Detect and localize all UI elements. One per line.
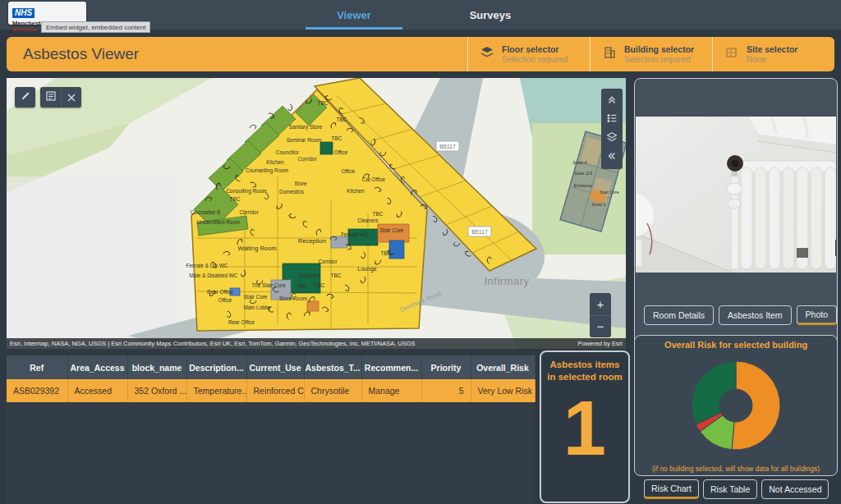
draw-tool-button[interactable] [15, 87, 35, 108]
risk-chart-note: (if no building selected, will show data… [635, 465, 837, 473]
floor-selector[interactable]: Floor selector Selection required [467, 37, 590, 71]
asbestos-viewer-app: Viewer Surveys NHS Manchester University… [0, 0, 841, 504]
collapse-dock-button[interactable] [603, 148, 621, 167]
tab-not-accessed[interactable]: Not Accessed [761, 479, 829, 499]
selector-value: Selection required [624, 55, 694, 64]
cell-recommendation[interactable]: Manage [361, 379, 421, 402]
selector-label: Site selector [747, 44, 797, 54]
tab-viewer[interactable]: Viewer [306, 0, 402, 30]
asbestos-item-photo [636, 117, 836, 273]
expand-up-button[interactable] [603, 91, 621, 110]
room-label: TBC [331, 273, 342, 278]
building-icon [602, 45, 617, 63]
tab-asbestos-item[interactable]: Asbestos Item [719, 305, 792, 325]
room-label: Suite 1 [591, 202, 605, 207]
form-widget-icon [45, 90, 57, 105]
cell-asbestos-type[interactable]: Chrysotile [304, 379, 361, 402]
room-label: Consulting Room [226, 188, 266, 195]
selector-label: Floor selector [502, 44, 568, 54]
room-label: Rear Office [207, 289, 234, 295]
room-label: Office [218, 297, 232, 303]
asbestos-count-panel: Asbestos items in selected room 1 [540, 351, 630, 503]
donut-slice-orange[interactable] [732, 361, 780, 450]
tab-room-details[interactable]: Room Details [644, 305, 714, 325]
room-label: Corridor [318, 259, 338, 264]
tab-photo[interactable]: Photo [797, 305, 837, 325]
legend-button[interactable] [603, 110, 621, 129]
tab-surveys[interactable]: Surveys [442, 0, 539, 30]
col-asbestos-type[interactable]: Asbestos_T... [304, 355, 361, 379]
room-label: TBC [373, 211, 384, 217]
room-label: Rear Office [228, 319, 255, 325]
room-label: Corridor [239, 209, 259, 215]
cell-current-use[interactable]: Reinforced C... [246, 379, 304, 402]
col-overall-risk[interactable]: Overall_Risk [471, 355, 535, 379]
room-label: TBC [318, 100, 329, 106]
risk-chart-title: Overall Risk for selected building [635, 340, 837, 350]
room-label: Main Lobby [243, 305, 271, 311]
cell-overall-risk[interactable]: Very Low Risk [471, 379, 535, 402]
widget-button[interactable] [40, 87, 61, 108]
map-edit-toolbar [15, 87, 81, 108]
col-priority[interactable]: Priority [421, 355, 471, 379]
cell-ref[interactable]: ASB029392 [7, 379, 67, 402]
col-ref[interactable]: Ref [7, 355, 67, 379]
overall-risk-donut-chart[interactable] [635, 350, 837, 458]
attribution-text: Esri, Intermap, NASA, NGA, USGS | Esri C… [10, 340, 416, 347]
road-badge-1: B5117 [436, 141, 459, 151]
risk-chart-panel: Overall Risk for selected building (if n… [634, 335, 838, 476]
map-view[interactable]: TBCTBCSanitary StoreSeminar RoomTBCCounc… [7, 78, 626, 349]
room-label: TBC [381, 250, 392, 256]
legend-list-icon [605, 112, 618, 128]
chevrons-left-icon [605, 149, 618, 166]
site-selector[interactable]: Site selector None [712, 37, 834, 71]
room-label: Seminar Room [287, 137, 322, 143]
map-widget-dock [601, 89, 623, 169]
layers-icon [480, 45, 494, 63]
pencil-icon [20, 90, 31, 105]
page-title: Asbestos Viewer [23, 37, 139, 71]
layers-button[interactable] [603, 129, 621, 148]
col-description[interactable]: Description... [186, 355, 246, 379]
cell-priority[interactable]: 5 [421, 379, 471, 402]
cell-description[interactable]: Temperature... [186, 379, 246, 402]
room-label: Corridor [297, 156, 317, 162]
room-label: TBC [332, 135, 342, 141]
zoom-in-button[interactable]: + [590, 293, 611, 316]
cell-area-access[interactable]: Accessed [67, 379, 127, 402]
table-row-selected[interactable]: ASB029392 Accessed 352 Oxford ... Temper… [7, 379, 535, 402]
zoom-out-button[interactable]: − [590, 316, 611, 338]
col-recommendation[interactable]: Recommen... [361, 355, 421, 379]
room-label: The Stair Core [251, 282, 286, 288]
radiator [738, 161, 836, 269]
embed-widget-tooltip: Embed widget, embedded content [41, 21, 150, 33]
basemap: TBCTBCSanitary StoreSeminar RoomTBCCounc… [7, 78, 626, 349]
room-label: Office [342, 168, 356, 174]
col-block-name[interactable]: block_name [127, 355, 186, 379]
selector-strip: Floor selector Selection required [467, 37, 834, 71]
room-label: TBC [297, 283, 308, 289]
map-attribution: Esri, Intermap, NASA, NGA, USGS | Esri C… [7, 338, 626, 349]
room-label: Kitchen [266, 159, 284, 165]
tab-risk-table[interactable]: Risk Table [703, 479, 757, 499]
room-label: Unidentified Room [197, 219, 241, 225]
col-current-use[interactable]: Current_Use [246, 355, 304, 379]
room-label: Cleaners [357, 218, 379, 223]
close-icon [67, 90, 76, 105]
svg-text:B5117: B5117 [439, 144, 456, 149]
building-selector[interactable]: Building selector Selection required [590, 37, 712, 71]
selector-value: Selection required [502, 55, 568, 64]
room-label: Entrance [574, 183, 592, 188]
zoom-control: + − [590, 293, 611, 337]
svg-text:B5117: B5117 [471, 229, 488, 235]
room-label: TBC [230, 196, 241, 202]
room-label: Unknown [298, 273, 320, 278]
room-label: Domestics [279, 189, 304, 195]
donut-slice-dark-green[interactable] [692, 361, 736, 424]
tab-risk-chart[interactable]: Risk Chart [644, 479, 699, 499]
room-label: Male & Disabled WC [190, 273, 238, 278]
col-area-access[interactable]: Area_Access [67, 355, 127, 379]
chevrons-up-icon [605, 93, 618, 109]
close-tool-button[interactable] [61, 87, 81, 108]
cell-block-name[interactable]: 352 Oxford ... [127, 379, 186, 402]
